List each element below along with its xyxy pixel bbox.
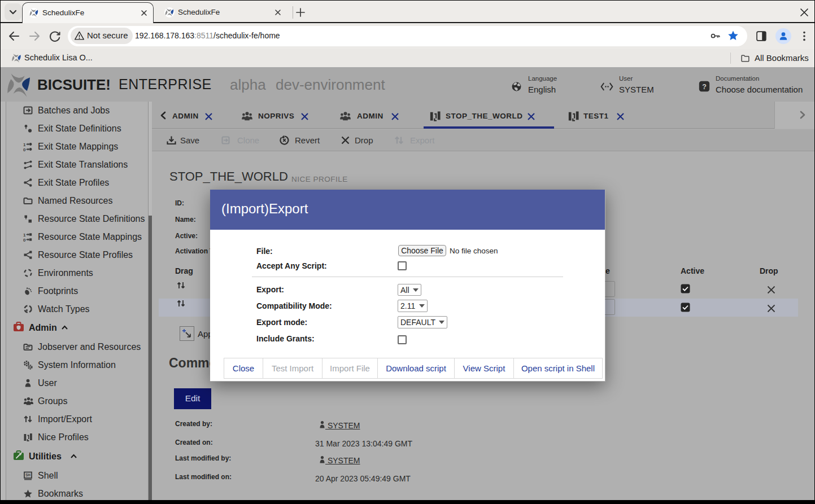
svg-text:?: ? <box>702 83 707 91</box>
svg-text:0: 0 <box>23 238 26 242</box>
svg-text:SH: SH <box>25 473 30 477</box>
svg-text:1: 1 <box>23 142 26 147</box>
svg-text:0: 0 <box>23 147 26 152</box>
svg-text:1: 1 <box>23 233 26 238</box>
